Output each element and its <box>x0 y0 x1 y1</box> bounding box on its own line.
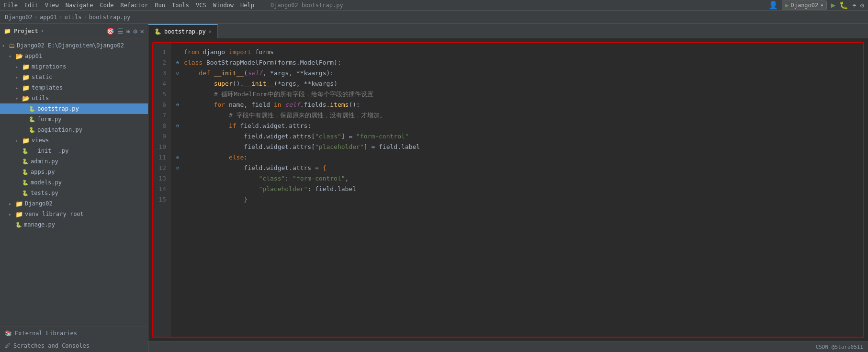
scratches-consoles-item[interactable]: 🖊 Scratches and Consoles <box>0 340 148 352</box>
tree-item-form-py[interactable]: 🐍 form.py <box>0 114 148 125</box>
breadcrumb-item-utils[interactable]: utils <box>64 14 81 21</box>
menu-window[interactable]: Window <box>213 2 234 9</box>
menu-code[interactable]: Code <box>100 2 114 9</box>
sidebar-dropdown-arrow[interactable]: ▾ <box>41 28 44 34</box>
tree-label: pagination.py <box>37 126 82 133</box>
code-content: 1 2 3 4 5 6 7 8 9 10 11 12 13 14 15 <box>152 42 864 338</box>
fold-marker[interactable] <box>176 184 184 194</box>
sidebar-title: 📁 Project ▾ <box>4 28 44 34</box>
folder-icon: 📁 <box>15 211 23 218</box>
fold-marker[interactable] <box>176 89 184 100</box>
tab-label: bootstrap.py <box>164 28 206 35</box>
menu-bar[interactable]: File Edit View Navigate Code Refactor Ru… <box>4 2 343 9</box>
code-editor[interactable]: 1 2 3 4 5 6 7 8 9 10 11 12 13 14 15 <box>148 38 868 341</box>
code-lines[interactable]: from django import forms ⊖ class BootStr… <box>170 43 863 337</box>
tree-item-venv[interactable]: 📁 venv library root <box>0 209 148 219</box>
python-file-icon: 🐍 <box>29 127 35 133</box>
more-actions-button[interactable]: ⚙ <box>860 1 864 9</box>
code-line-7: # 字段中有属性，保留原来的属性，没有属性，才增加。 <box>176 110 857 121</box>
tab-bar: 🐍 bootstrap.py ✕ <box>148 24 868 38</box>
tree-item-django02-sub[interactable]: 📁 Django02 <box>0 198 148 209</box>
library-icon: 📚 <box>5 330 12 337</box>
fold-marker[interactable] <box>176 110 184 121</box>
fold-marker[interactable] <box>176 131 184 142</box>
tree-item-app01[interactable]: 📂 app01 <box>0 51 148 61</box>
folder-icon: 📁 <box>22 63 30 70</box>
tree-arrow <box>15 96 22 101</box>
fold-marker[interactable] <box>176 79 184 89</box>
tree-label: models.py <box>31 179 62 186</box>
code-line-9: field.widget.attrs["class"] = "form-cont… <box>176 131 857 142</box>
tree-label: __init__.py <box>31 148 68 154</box>
menu-view[interactable]: View <box>45 2 59 9</box>
close-sidebar-icon[interactable]: ✕ <box>140 27 144 35</box>
tree-item-utils[interactable]: 📂 utils <box>0 93 148 103</box>
external-libraries-item[interactable]: 📚 External Libraries <box>0 327 148 340</box>
menu-tools[interactable]: Tools <box>172 2 189 9</box>
expand-all-icon[interactable]: ⊞ <box>126 27 130 35</box>
settings-icon[interactable]: ⚙ <box>133 27 137 35</box>
menu-file[interactable]: File <box>4 2 18 9</box>
breadcrumb-item-app01[interactable]: app01 <box>40 14 57 21</box>
coverage-button[interactable]: ☂ <box>852 1 856 9</box>
run-config-dropdown[interactable]: ▶ Django02 ▾ <box>782 0 827 10</box>
fold-marker-class[interactable]: ⊖ <box>176 57 184 68</box>
tree-item-views[interactable]: 📁 views <box>0 135 148 146</box>
python-file-icon: 🐍 <box>22 159 29 165</box>
tree-item-pagination-py[interactable]: 🐍 pagination.py <box>0 125 148 135</box>
fold-marker-else[interactable]: ⊖ <box>176 152 184 163</box>
menu-help[interactable]: Help <box>240 2 254 9</box>
code-line-13: "class": "form-control", <box>176 173 857 184</box>
tree-item-manage-py[interactable]: 🐍 manage.py <box>0 219 148 230</box>
user-icon[interactable]: 👤 <box>768 0 778 10</box>
tree-item-init-py[interactable]: 🐍 __init__.py <box>0 146 148 156</box>
collapse-all-icon[interactable]: ☰ <box>117 27 124 35</box>
menu-navigate[interactable]: Navigate <box>66 2 93 9</box>
editor-area: 🐍 bootstrap.py ✕ 1 2 3 4 5 6 7 8 9 <box>148 24 868 352</box>
code-line-11: ⊖ else: <box>176 152 857 163</box>
tree-item-bootstrap-py[interactable]: 🐍 bootstrap.py <box>0 103 148 114</box>
toolbar-right: 👤 ▶ Django02 ▾ ▶ 🐛 ☂ ⚙ <box>768 0 864 10</box>
main-layout: 📁 Project ▾ 🎯 ☰ ⊞ ⚙ ✕ 🗂 Django02 E:\Djan… <box>0 24 868 352</box>
run-button[interactable]: ▶ <box>831 0 835 10</box>
fold-marker-for[interactable]: ⊖ <box>176 100 184 110</box>
tree-item-static[interactable]: 📁 static <box>0 72 148 82</box>
menu-vcs[interactable]: VCS <box>196 2 206 9</box>
tree-item-migrations[interactable]: 📁 migrations <box>0 61 148 72</box>
tree-item-templates[interactable]: 📁 templates <box>0 82 148 93</box>
debug-button[interactable]: 🐛 <box>839 1 848 10</box>
breadcrumb-item-file[interactable]: bootstrap.py <box>89 14 131 21</box>
menu-run[interactable]: Run <box>155 2 165 9</box>
menu-edit[interactable]: Edit <box>24 2 38 9</box>
tree-label: venv library root <box>25 211 84 217</box>
scratches-label: Scratches and Consoles <box>13 342 90 349</box>
fold-marker[interactable] <box>176 142 184 152</box>
tree-arrow <box>9 54 15 59</box>
menu-refactor[interactable]: Refactor <box>120 2 148 9</box>
tab-close-button[interactable]: ✕ <box>209 29 212 34</box>
locate-file-icon[interactable]: 🎯 <box>106 27 114 35</box>
sidebar-footer: 📚 External Libraries 🖊 Scratches and Con… <box>0 327 148 352</box>
fold-marker[interactable] <box>176 194 184 205</box>
tree-item-models-py[interactable]: 🐍 models.py <box>0 177 148 188</box>
fold-marker[interactable] <box>176 47 184 57</box>
fold-marker-dict[interactable]: ⊖ <box>176 163 184 173</box>
tab-bootstrap-py[interactable]: 🐍 bootstrap.py ✕ <box>148 24 218 38</box>
code-line-8: ⊖ if field.widget.attrs: <box>176 121 857 131</box>
tree-item-admin-py[interactable]: 🐍 admin.py <box>0 156 148 167</box>
fold-marker-if[interactable]: ⊖ <box>176 121 184 131</box>
tree-item-django02-root[interactable]: 🗂 Django02 E:\Djangoitem\Django02 <box>0 40 148 51</box>
breadcrumb-item-root[interactable]: Django02 <box>5 14 33 21</box>
scratches-icon: 🖊 <box>5 342 11 349</box>
code-line-1: from django import forms <box>176 47 857 57</box>
status-bar: CSDN @Stara0511 <box>148 341 868 352</box>
csdn-watermark: CSDN @Stara0511 <box>816 344 863 350</box>
tree-label: tests.py <box>31 190 58 196</box>
fold-marker-def[interactable]: ⊖ <box>176 68 184 79</box>
fold-marker[interactable] <box>176 173 184 184</box>
code-line-4: super().__init__(*args, **kwargs) <box>176 79 857 89</box>
tree-label: templates <box>32 84 63 91</box>
tree-item-tests-py[interactable]: 🐍 tests.py <box>0 188 148 198</box>
tree-item-apps-py[interactable]: 🐍 apps.py <box>0 167 148 177</box>
python-file-icon: 🐍 <box>22 190 29 196</box>
